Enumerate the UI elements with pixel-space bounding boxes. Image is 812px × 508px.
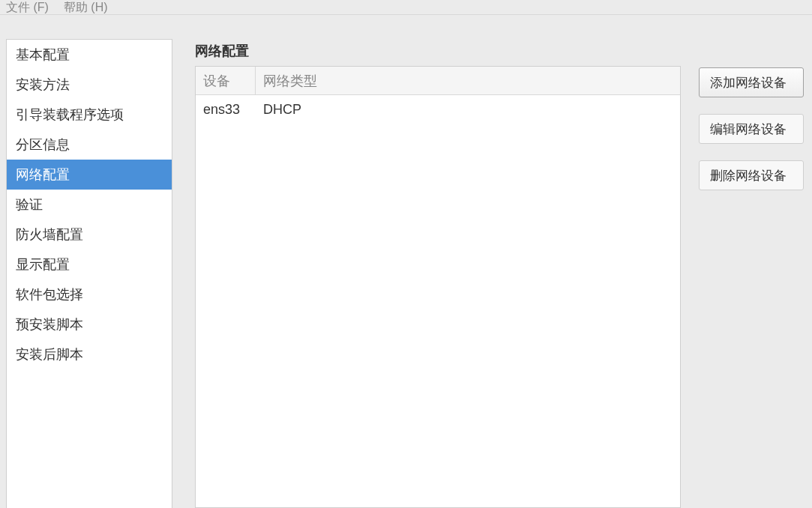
page-title: 网络配置 xyxy=(195,39,812,66)
action-buttons: 添加网络设备 编辑网络设备 删除网络设备 xyxy=(699,66,804,508)
button-label: 删除网络设备 xyxy=(710,167,787,184)
sidebar-item-authentication[interactable]: 验证 xyxy=(7,190,172,220)
sidebar-item-preinstall-script[interactable]: 预安装脚本 xyxy=(7,309,172,339)
sidebar-item-label: 基本配置 xyxy=(16,46,70,64)
sidebar-item-label: 软件包选择 xyxy=(16,285,83,303)
sidebar-item-display-config[interactable]: 显示配置 xyxy=(7,250,172,279)
sidebar-item-network-config[interactable]: 网络配置 xyxy=(7,160,172,190)
sidebar-item-install-method[interactable]: 安装方法 xyxy=(7,70,172,100)
cell-type: DHCP xyxy=(256,95,680,124)
sidebar-item-label: 安装方法 xyxy=(16,76,70,94)
delete-network-device-button[interactable]: 删除网络设备 xyxy=(699,160,804,190)
sidebar-item-label: 预安装脚本 xyxy=(16,315,83,333)
sidebar-item-label: 分区信息 xyxy=(16,136,70,154)
sidebar-item-label: 显示配置 xyxy=(16,255,70,273)
sidebar-item-basic-config[interactable]: 基本配置 xyxy=(7,40,172,70)
sidebar-item-partition-info[interactable]: 分区信息 xyxy=(7,130,172,160)
cell-device: ens33 xyxy=(196,95,256,124)
sidebar-item-bootloader-options[interactable]: 引导装载程序选项 xyxy=(7,100,172,130)
column-header-type[interactable]: 网络类型 xyxy=(256,67,680,94)
menubar: 文件 (F) 帮助 (H) xyxy=(0,0,812,15)
main-container: 基本配置 安装方法 引导装载程序选项 分区信息 网络配置 验证 防火墙配置 显示… xyxy=(0,18,812,508)
add-network-device-button[interactable]: 添加网络设备 xyxy=(699,67,804,97)
sidebar-item-postinstall-script[interactable]: 安装后脚本 xyxy=(7,339,172,369)
button-label: 添加网络设备 xyxy=(710,74,787,91)
button-label: 编辑网络设备 xyxy=(710,121,787,138)
menu-help[interactable]: 帮助 (H) xyxy=(64,0,108,16)
table-header: 设备 网络类型 xyxy=(196,67,680,95)
sidebar-item-firewall-config[interactable]: 防火墙配置 xyxy=(7,220,172,250)
sidebar-item-label: 防火墙配置 xyxy=(16,226,83,244)
main-body: 设备 网络类型 ens33 DHCP 添加网络设备 编辑网络设备 删除网络设备 xyxy=(195,66,812,508)
menu-file[interactable]: 文件 (F) xyxy=(6,0,49,16)
column-header-device[interactable]: 设备 xyxy=(196,67,256,94)
sidebar-item-label: 安装后脚本 xyxy=(16,345,83,363)
edit-network-device-button[interactable]: 编辑网络设备 xyxy=(699,114,804,144)
main-panel: 网络配置 设备 网络类型 ens33 DHCP 添加网络设备 编辑网络设备 xyxy=(195,39,812,508)
sidebar-item-package-selection[interactable]: 软件包选择 xyxy=(7,279,172,309)
sidebar-item-label: 网络配置 xyxy=(16,166,70,184)
sidebar: 基本配置 安装方法 引导装载程序选项 分区信息 网络配置 验证 防火墙配置 显示… xyxy=(6,39,172,508)
sidebar-item-label: 引导装载程序选项 xyxy=(16,106,124,124)
sidebar-item-label: 验证 xyxy=(16,196,43,214)
network-device-table: 设备 网络类型 ens33 DHCP xyxy=(195,66,681,508)
table-row[interactable]: ens33 DHCP xyxy=(196,95,680,124)
